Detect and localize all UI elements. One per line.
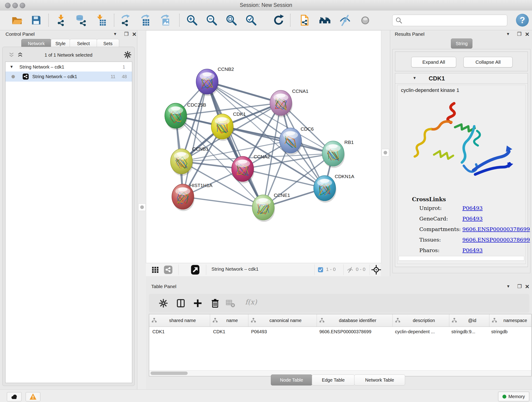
export-table-button[interactable] (139, 13, 152, 27)
zoom-out-button[interactable] (205, 13, 219, 27)
column-header-canonical-name[interactable]: canonical name (248, 314, 317, 327)
refresh-layout-button[interactable] (272, 13, 285, 27)
birdseye-view-icon[interactable] (190, 264, 201, 275)
column-header-@id[interactable]: @id (449, 314, 489, 327)
help-button[interactable]: ? (516, 14, 529, 27)
automation-cloud-button[interactable] (7, 392, 22, 401)
gene-section-header[interactable]: ▼ CDK1 (395, 73, 528, 84)
results-panel-title: Results Panel (395, 32, 424, 37)
open-session-button[interactable] (10, 13, 24, 27)
network-edge[interactable] (183, 82, 207, 197)
string-import-button[interactable] (298, 13, 312, 27)
collection-expand-icon[interactable]: ▼ (10, 65, 13, 69)
tree-icon (152, 318, 157, 323)
tab-edge-table[interactable]: Edge Table (312, 375, 355, 385)
network-node-CCNB2[interactable] (196, 69, 219, 96)
string-badge-icon[interactable] (163, 265, 173, 274)
memory-button[interactable]: Memory (498, 392, 529, 401)
column-header-shared-name[interactable]: shared name (149, 314, 210, 327)
table-toolbar: f(x) (149, 294, 529, 313)
column-header-database-identifier[interactable]: database identifier (317, 314, 393, 327)
crosslink-value: P06493 (462, 205, 483, 211)
network-node-CCNA2[interactable] (232, 156, 254, 183)
table-cell[interactable]: stringdb:9... (448, 327, 488, 337)
import-network-file-button[interactable] (54, 13, 68, 27)
column-header-namespace[interactable]: namespace (489, 314, 532, 327)
string-home-button[interactable] (318, 13, 332, 27)
zoom-fit-button[interactable] (225, 13, 238, 27)
network-node-CCNE1[interactable] (252, 195, 275, 222)
table-row[interactable]: CDK1CDK1P064939606.ENSP00000378699cyclin… (149, 327, 532, 337)
hide-items-button[interactable] (338, 13, 352, 27)
node-label: CCNB2 (218, 66, 234, 72)
crosshair-icon[interactable] (371, 265, 381, 274)
tab-node-table[interactable]: Node Table (271, 375, 312, 385)
import-network-database-button[interactable] (74, 13, 88, 27)
export-network-button[interactable] (119, 13, 133, 27)
add-column-button[interactable] (193, 298, 203, 308)
zoom-selected-button[interactable] (244, 13, 258, 27)
tab-string[interactable]: String (451, 38, 472, 49)
table-cell[interactable]: cyclin-dependent ... (392, 327, 448, 337)
expand-all-button[interactable]: Expand All (411, 57, 456, 67)
network-canvas[interactable]: CCNB2CCNA1CDC25BCDK1CDC6RB1CCNB1CCNA2CDK… (146, 30, 381, 263)
network-options-gear-icon[interactable] (123, 51, 132, 59)
panel-collapse-icon[interactable]: ▼ (113, 32, 117, 36)
section-collapse-icon[interactable]: ▼ (413, 76, 417, 80)
crosslink-value-link[interactable]: 9606.ENSP00000378699 (462, 226, 530, 232)
network-node-CDK1[interactable] (211, 114, 234, 141)
network-node-CDC25B[interactable] (165, 103, 187, 130)
network-node-CDKN1A[interactable] (314, 176, 336, 203)
panel-close-icon[interactable]: ✕ (525, 283, 530, 290)
table-cell[interactable]: 9606.ENSP00000378699 (316, 327, 392, 337)
table-cell[interactable]: stringdb (488, 327, 532, 337)
search-input[interactable] (404, 16, 504, 25)
panel-collapse-icon[interactable]: ▼ (506, 32, 510, 36)
network-node-CCNB1[interactable] (171, 149, 193, 176)
table-cell[interactable]: CDK1 (210, 327, 248, 337)
crosslink-value-link[interactable]: 9606.ENSP00000378699 (462, 237, 530, 243)
panel-float-icon[interactable]: ❐ (124, 31, 129, 37)
panel-close-icon[interactable]: ✕ (525, 31, 530, 38)
save-session-button[interactable] (29, 13, 43, 27)
network-edge[interactable] (207, 82, 263, 207)
panel-collapse-icon[interactable]: ▼ (506, 284, 510, 289)
show-columns-button[interactable] (176, 298, 186, 308)
network-collection-row[interactable]: ▼ String Network – cdk1 1 (6, 62, 132, 71)
network-node-HIST1H1A[interactable] (172, 184, 195, 211)
table-cell[interactable]: P06493 (248, 327, 316, 337)
crosslink-value-link[interactable]: P06493 (462, 247, 483, 253)
panel-close-icon[interactable]: ✕ (132, 31, 137, 38)
delete-column-button[interactable] (210, 298, 220, 308)
crosslink-value-link[interactable]: P06493 (462, 205, 483, 211)
selected-checkbox-icon[interactable] (317, 267, 324, 273)
delete-table-button (226, 298, 235, 308)
network-node-RB1[interactable] (322, 141, 345, 168)
toolbar-separator (290, 14, 291, 27)
grid-view-icon[interactable] (151, 265, 160, 274)
column-header-description[interactable]: description (393, 314, 449, 327)
warnings-button[interactable] (26, 392, 40, 401)
tab-network-table[interactable]: Network Table (354, 375, 405, 385)
column-header-name[interactable]: name (210, 314, 248, 327)
show-items-button[interactable] (358, 13, 372, 27)
panel-float-icon[interactable]: ❐ (517, 283, 522, 289)
table-cell[interactable]: CDK1 (149, 327, 210, 337)
panel-float-icon[interactable]: ❐ (517, 31, 522, 37)
network-row-selected[interactable]: String Network – cdk1 11 48 (6, 71, 132, 82)
network-edge[interactable] (222, 127, 333, 153)
results-scrollbar[interactable] (399, 256, 524, 261)
function-builder-button[interactable]: f(x) (245, 298, 257, 306)
zoom-in-button[interactable] (185, 13, 199, 27)
left-splitter-handle[interactable] (138, 204, 146, 211)
export-image-button[interactable] (158, 13, 172, 27)
crosslink-value-link[interactable]: P06493 (462, 216, 483, 222)
import-table-button[interactable] (94, 13, 108, 27)
collapse-all-button[interactable]: Collapse All (463, 57, 513, 67)
scrollbar-thumb[interactable] (151, 371, 188, 375)
table-settings-button[interactable] (158, 298, 168, 308)
network-edge[interactable] (183, 197, 263, 207)
right-splitter-handle[interactable] (382, 149, 389, 156)
network-node-CCNA1[interactable] (270, 90, 293, 117)
node-label: CDKN1A (335, 174, 354, 179)
